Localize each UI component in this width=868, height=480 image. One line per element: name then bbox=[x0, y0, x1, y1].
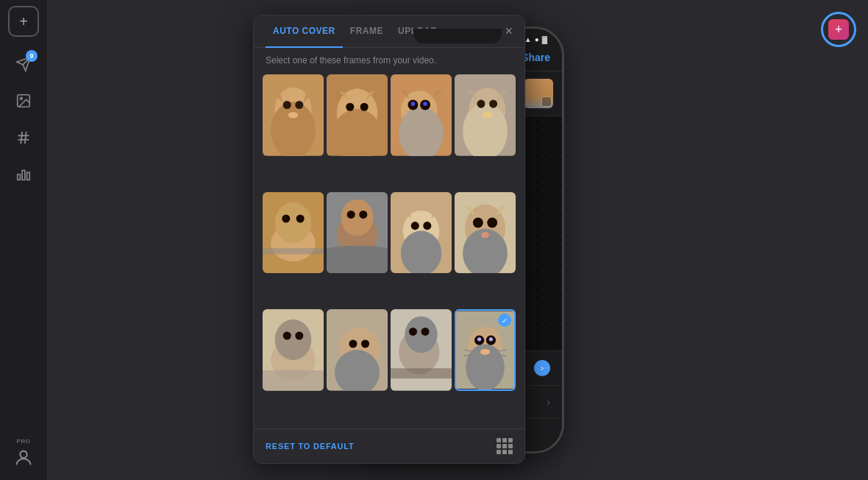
panel-subtitle: Select one of these frames from your vid… bbox=[254, 48, 524, 70]
tab-auto-cover[interactable]: AUTO COVER bbox=[266, 15, 343, 48]
frame-9-image bbox=[327, 309, 388, 391]
cover-panel: AUTO COVER FRAME UPLOAD × Select one of … bbox=[253, 15, 525, 464]
svg-rect-9 bbox=[22, 171, 25, 180]
svg-point-55 bbox=[473, 217, 483, 227]
frame-6-image bbox=[391, 192, 452, 274]
sidebar-profile[interactable]: PRO bbox=[13, 438, 34, 468]
svg-point-34 bbox=[489, 100, 497, 108]
sidebar: + 9 PRO bbox=[0, 0, 47, 480]
hashtag-arrow: › bbox=[547, 396, 550, 408]
pro-label: PRO bbox=[17, 438, 31, 445]
svg-point-35 bbox=[482, 112, 492, 118]
svg-point-72 bbox=[421, 328, 430, 336]
grid-dot bbox=[497, 438, 501, 442]
frame-7-image bbox=[455, 192, 516, 274]
frame-4[interactable] bbox=[263, 192, 324, 274]
frames-grid: ✓ bbox=[254, 70, 524, 428]
svg-point-60 bbox=[275, 320, 312, 360]
svg-line-7 bbox=[25, 132, 26, 144]
main-content: 15:15 ▲▲▲ ● ▓ ‹ New Reel Share Meow. bbox=[47, 0, 868, 480]
share-button[interactable]: Share bbox=[522, 52, 550, 63]
battery-icon: ▓ bbox=[542, 35, 547, 43]
svg-point-46 bbox=[359, 211, 367, 219]
hashtag-sidebar-icon bbox=[15, 130, 32, 146]
svg-point-67 bbox=[361, 340, 369, 348]
frame-10-image bbox=[391, 309, 452, 391]
grid-dot bbox=[502, 438, 507, 442]
phone-notch bbox=[413, 29, 502, 43]
frame-3[interactable] bbox=[455, 74, 516, 156]
svg-point-39 bbox=[282, 214, 290, 222]
svg-point-11 bbox=[20, 451, 26, 458]
frame-5[interactable] bbox=[327, 192, 388, 274]
svg-point-66 bbox=[349, 340, 357, 348]
profile-icon bbox=[13, 448, 34, 468]
svg-rect-8 bbox=[18, 174, 21, 180]
svg-point-15 bbox=[283, 101, 291, 109]
svg-point-49 bbox=[401, 230, 441, 273]
sidebar-item-send[interactable]: 9 bbox=[8, 49, 39, 80]
sidebar-item-analytics[interactable] bbox=[8, 159, 39, 190]
frame-8[interactable] bbox=[263, 309, 324, 391]
svg-point-33 bbox=[477, 100, 485, 108]
frame-0[interactable] bbox=[263, 74, 324, 156]
svg-rect-73 bbox=[391, 369, 452, 379]
frame-6[interactable] bbox=[391, 192, 452, 274]
grid-dot bbox=[497, 450, 501, 454]
svg-point-57 bbox=[481, 232, 489, 238]
frame-9[interactable] bbox=[327, 309, 388, 391]
frame-7[interactable] bbox=[455, 192, 516, 274]
add-new-button[interactable]: + bbox=[8, 12, 39, 43]
panel-footer: RESET TO DEFAULT bbox=[254, 428, 524, 463]
add-icon: + bbox=[828, 19, 849, 40]
svg-point-21 bbox=[346, 103, 354, 111]
svg-point-28 bbox=[411, 102, 416, 106]
grid-dot bbox=[508, 444, 513, 448]
plus-icon: + bbox=[19, 13, 28, 30]
svg-point-70 bbox=[405, 317, 437, 353]
frame-0-image bbox=[263, 74, 324, 156]
svg-point-3 bbox=[20, 97, 22, 99]
frame-4-image bbox=[263, 192, 324, 274]
svg-point-16 bbox=[295, 101, 303, 109]
panel-close-button[interactable]: × bbox=[505, 24, 513, 39]
svg-point-17 bbox=[288, 112, 299, 118]
top-right-add-button[interactable]: + bbox=[821, 12, 856, 47]
tab-frame[interactable]: FRAME bbox=[343, 15, 391, 48]
frame-10[interactable] bbox=[391, 309, 452, 391]
svg-point-79 bbox=[477, 338, 481, 342]
svg-point-22 bbox=[360, 103, 369, 111]
svg-point-38 bbox=[275, 202, 312, 242]
svg-point-61 bbox=[283, 332, 291, 340]
grid-dot bbox=[497, 444, 501, 448]
thumbnail-overlay bbox=[541, 96, 552, 107]
frame-11[interactable]: ✓ bbox=[455, 309, 516, 391]
reset-to-default-button[interactable]: RESET TO DEFAULT bbox=[266, 442, 355, 451]
svg-point-45 bbox=[347, 211, 355, 219]
grid-dot bbox=[508, 438, 513, 442]
svg-point-56 bbox=[487, 217, 497, 227]
post-thumbnail[interactable] bbox=[524, 79, 553, 108]
frame-3-image bbox=[455, 74, 516, 156]
gallery-icon bbox=[15, 93, 32, 109]
frame-2[interactable] bbox=[391, 74, 452, 156]
svg-rect-41 bbox=[263, 248, 324, 254]
grid-dot bbox=[502, 444, 507, 448]
svg-point-29 bbox=[423, 102, 427, 106]
frame-2-image bbox=[391, 74, 452, 156]
svg-point-44 bbox=[341, 199, 373, 236]
svg-point-80 bbox=[489, 338, 493, 342]
svg-point-81 bbox=[480, 349, 490, 355]
grid-view-button[interactable] bbox=[497, 438, 513, 454]
frame-5-image bbox=[327, 192, 388, 274]
frame-1[interactable] bbox=[327, 74, 388, 156]
grid-dot bbox=[508, 450, 513, 454]
sidebar-item-hashtag[interactable] bbox=[8, 122, 39, 153]
custom-cover-arrow: › bbox=[534, 360, 550, 376]
sidebar-item-gallery[interactable] bbox=[8, 85, 39, 116]
svg-rect-10 bbox=[27, 172, 30, 180]
notification-badge: 9 bbox=[26, 50, 38, 62]
svg-point-51 bbox=[423, 222, 431, 230]
svg-point-71 bbox=[409, 328, 417, 336]
svg-point-40 bbox=[296, 214, 305, 222]
